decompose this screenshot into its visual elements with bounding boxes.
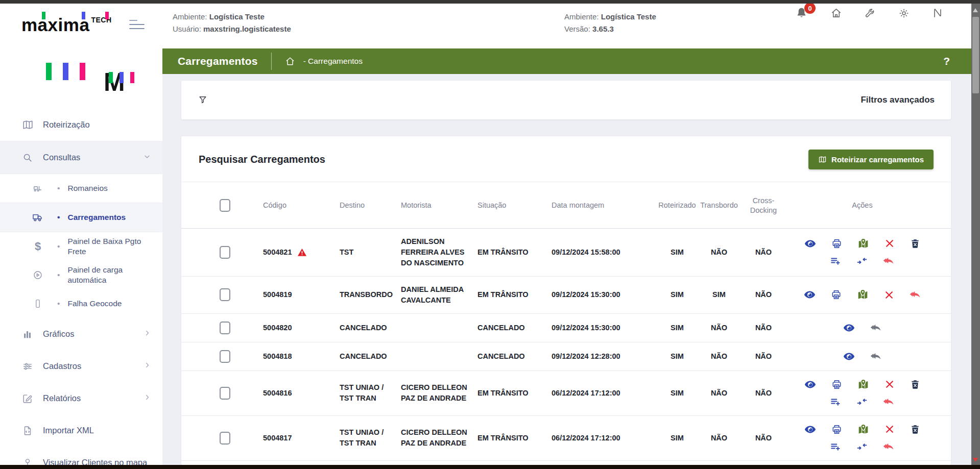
merge-icon[interactable] <box>856 396 868 407</box>
cancel-icon[interactable] <box>884 290 894 300</box>
revert-icon[interactable] <box>883 255 895 267</box>
revert-icon[interactable] <box>883 396 895 408</box>
view-icon[interactable] <box>804 289 816 301</box>
chevron-down-icon <box>143 153 151 163</box>
merge-icon[interactable] <box>856 255 868 266</box>
column-header-cross-docking[interactable]: Cross-Docking <box>740 196 787 215</box>
column-header-codigo[interactable]: Código <box>263 201 340 210</box>
title-divider <box>271 53 272 70</box>
view-icon[interactable] <box>804 379 816 390</box>
dollar-icon: $ <box>31 241 45 252</box>
add-to-list-icon[interactable] <box>830 396 841 407</box>
row-checkbox[interactable] <box>220 246 230 259</box>
revert-icon[interactable] <box>870 322 882 334</box>
sidebar-item-relatorios[interactable]: Relatórios <box>0 382 162 414</box>
column-header-acoes[interactable]: Ações <box>787 201 938 210</box>
bullet-icon: • <box>57 270 60 280</box>
filter-funnel-icon[interactable] <box>198 95 208 105</box>
delete-icon[interactable] <box>910 379 920 389</box>
nimbi-logo-icon[interactable] <box>932 8 943 19</box>
column-header-situacao[interactable]: Situação <box>477 201 552 210</box>
warning-icon[interactable] <box>297 248 307 257</box>
delete-icon[interactable] <box>910 238 920 249</box>
advanced-filters-toggle[interactable]: Filtros avançados <box>861 95 935 105</box>
route-on-map-icon[interactable] <box>857 238 869 250</box>
maxima-tech-logo[interactable]: maxima TECH <box>21 15 112 35</box>
cross-docking-flag: NÃO <box>740 388 787 399</box>
sidebar-item-label: Falha Geocode <box>67 299 151 309</box>
sidebar-item-importar-xml[interactable]: Importar XML <box>0 414 162 447</box>
sidebar-toggle-button[interactable] <box>129 20 145 32</box>
add-to-list-icon[interactable] <box>830 441 841 452</box>
destino-value: TRANSBORDO <box>340 289 401 300</box>
map-icon <box>20 119 35 131</box>
wrench-icon[interactable] <box>865 8 876 19</box>
row-checkbox[interactable] <box>220 432 230 445</box>
print-icon[interactable] <box>831 238 842 249</box>
delete-icon[interactable] <box>910 424 920 434</box>
revert-icon[interactable] <box>883 441 895 453</box>
sidebar-item-painel-de-baixa-pgto-frete[interactable]: $•Painel de Baixa Pgto Frete <box>0 232 162 261</box>
carregamento-row-5004816: 5004816TST UNIAO / TST TRANCICERO DELLEO… <box>181 371 951 416</box>
row-checkbox[interactable] <box>220 288 230 301</box>
notifications-bell-icon[interactable]: 0 <box>795 7 808 19</box>
version-number: 3.65.3 <box>592 24 614 33</box>
route-loads-button[interactable]: Roteirizar carregamentos <box>808 150 934 169</box>
view-icon[interactable] <box>804 238 816 250</box>
view-icon[interactable] <box>843 322 855 334</box>
merge-icon[interactable] <box>856 441 868 452</box>
scroll-down-arrow-icon[interactable] <box>973 458 978 462</box>
column-header-data-montagem[interactable]: Data montagem <box>552 201 656 210</box>
sidebar-item-visualizar-clientes-no-mapa[interactable]: Visualizar Clientes no mapa <box>0 447 162 465</box>
sidebar-item-label: Painel de carga automática <box>67 265 151 285</box>
scroll-up-arrow-icon[interactable] <box>973 8 978 12</box>
row-checkbox[interactable] <box>220 322 230 334</box>
add-to-list-icon[interactable] <box>830 255 841 266</box>
row-checkbox[interactable] <box>220 387 230 400</box>
home-icon[interactable] <box>830 7 842 19</box>
help-button[interactable]: ? <box>943 55 956 67</box>
print-icon[interactable] <box>831 424 842 435</box>
sidebar-item-carregamentos[interactable]: •Carregamentos <box>0 203 162 232</box>
column-header-destino[interactable]: Destino <box>340 201 401 210</box>
route-on-map-icon[interactable] <box>857 424 869 435</box>
column-header-roteirizado[interactable]: Roteirizado <box>656 201 698 210</box>
revert-icon[interactable] <box>910 289 921 301</box>
carregamento-row-5004819: 5004819TRANSBORDODANIEL ALMEIDA CAVALCAN… <box>181 277 951 314</box>
print-icon[interactable] <box>831 289 842 300</box>
column-header-motorista[interactable]: Motorista <box>401 201 477 210</box>
window-top-edge <box>0 0 980 4</box>
situacao-value: EM TRÂNSITO <box>477 247 552 258</box>
sidebar-item-graficos[interactable]: Gráficos <box>0 318 162 350</box>
vertical-scrollbar[interactable] <box>971 4 980 469</box>
actions-cell <box>787 379 938 408</box>
print-icon[interactable] <box>831 379 842 390</box>
row-checkbox[interactable] <box>220 350 230 363</box>
sidebar-item-consultas[interactable]: Consultas <box>0 141 162 174</box>
select-all-checkbox[interactable] <box>220 199 230 212</box>
scrollbar-thumb[interactable] <box>972 17 979 93</box>
bullet-icon: • <box>57 213 60 222</box>
route-on-map-icon[interactable] <box>857 379 869 390</box>
sidebar-item-roteirizacao[interactable]: Roteirização <box>0 109 162 141</box>
search-icon <box>20 152 35 163</box>
gear-icon[interactable] <box>898 8 910 19</box>
bullet-icon: • <box>57 242 60 251</box>
environment-name-2: Logística Teste <box>601 12 656 21</box>
breadcrumb-home-icon[interactable] <box>285 56 295 66</box>
sidebar-item-falha-geocode[interactable]: •Falha Geocode <box>0 289 162 318</box>
sidebar-item-painel-de-carga-automatica[interactable]: •Painel de carga automática <box>0 261 162 289</box>
revert-icon[interactable] <box>870 351 882 362</box>
cancel-icon[interactable] <box>885 424 895 434</box>
view-icon[interactable] <box>804 424 816 435</box>
app-header: maxima TECH Ambiente: Logística Teste Us… <box>0 4 971 48</box>
sidebar-item-cadastros[interactable]: Cadastros <box>0 350 162 382</box>
cancel-icon[interactable] <box>885 238 895 249</box>
pin-icon <box>20 457 35 465</box>
route-on-map-icon[interactable] <box>857 289 869 301</box>
view-icon[interactable] <box>843 351 855 362</box>
column-header-transbordo[interactable]: Transbordo <box>698 201 740 210</box>
sidebar-item-romaneios[interactable]: •Romaneios <box>0 174 162 203</box>
cancel-icon[interactable] <box>885 379 895 389</box>
user-name: maxstring.logisticateste <box>203 24 291 33</box>
